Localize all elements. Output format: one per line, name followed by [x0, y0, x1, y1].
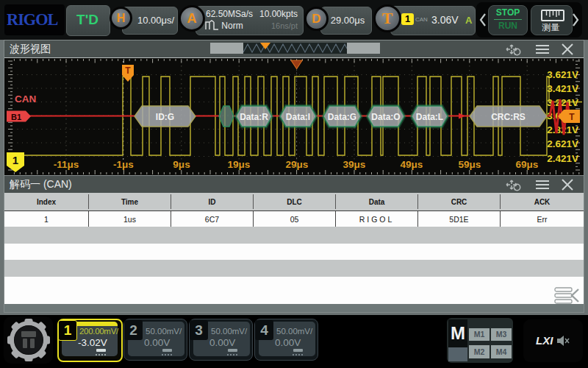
svg-text:2.421V: 2.421V — [547, 153, 578, 164]
svg-text:Data:O: Data:O — [371, 112, 400, 122]
svg-text:Data:R: Data:R — [240, 112, 268, 122]
svg-text:39μs: 39μs — [343, 159, 366, 170]
svg-text:3.421V: 3.421V — [547, 83, 578, 94]
svg-text:ID:G: ID:G — [156, 112, 174, 122]
svg-text:Data:L: Data:L — [416, 112, 443, 122]
svg-text:69μs: 69μs — [516, 159, 539, 170]
svg-text:T: T — [569, 112, 575, 122]
svg-text:59μs: 59μs — [459, 159, 481, 170]
svg-text:49μs: 49μs — [401, 159, 423, 170]
svg-text:CAN: CAN — [15, 93, 36, 105]
svg-text:B1: B1 — [11, 113, 21, 121]
svg-text:19μs: 19μs — [228, 159, 251, 170]
svg-text:Data:I: Data:I — [286, 112, 310, 122]
svg-text:-1μs: -1μs — [113, 159, 134, 170]
svg-text:1: 1 — [12, 154, 18, 166]
svg-text:2.621V: 2.621V — [547, 138, 578, 149]
svg-text:9μs: 9μs — [173, 159, 190, 170]
svg-text:CRC:RS: CRC:RS — [491, 112, 526, 122]
svg-text:29μs: 29μs — [286, 159, 309, 170]
svg-text:Data:G: Data:G — [328, 112, 356, 122]
svg-text:T: T — [125, 66, 131, 76]
svg-text:3.621V: 3.621V — [547, 69, 578, 80]
svg-text:-11μs: -11μs — [54, 159, 79, 170]
